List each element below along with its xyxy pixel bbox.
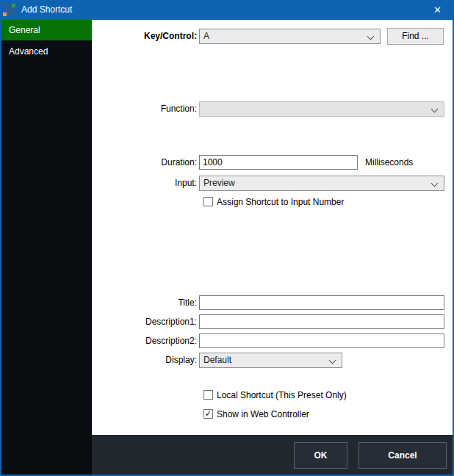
duration-label: Duration: <box>92 155 197 170</box>
key-control-value: A <box>203 31 209 41</box>
web-controller-checkbox-row: ✓ Show in Web Controller <box>203 409 424 419</box>
sidebar: General Advanced <box>1 20 92 475</box>
local-shortcut-checkbox[interactable] <box>203 390 213 400</box>
sidebar-item-general[interactable]: General <box>1 20 92 40</box>
chevron-down-icon <box>329 357 336 364</box>
title-bar: Add Shortcut ✕ <box>0 0 454 20</box>
general-panel: Key/Control: A Find ... Function: Durati… <box>92 20 453 435</box>
key-control-label: Key/Control: <box>92 29 197 44</box>
footer-bar: OK Cancel <box>92 435 453 475</box>
web-controller-label: Show in Web Controller <box>217 409 309 419</box>
key-control-select[interactable]: A <box>199 29 381 44</box>
close-icon: ✕ <box>433 4 442 15</box>
assign-shortcut-checkbox[interactable] <box>203 197 213 206</box>
assign-shortcut-label: Assign Shortcut to Input Number <box>217 197 344 207</box>
input-value: Preview <box>203 178 235 188</box>
function-select[interactable] <box>199 101 444 117</box>
find-button[interactable]: Find ... <box>387 28 444 45</box>
description2-input[interactable] <box>199 333 444 348</box>
ok-button[interactable]: OK <box>294 442 347 469</box>
chevron-down-icon <box>431 180 439 187</box>
app-grid-icon <box>3 4 15 16</box>
cancel-button[interactable]: Cancel <box>358 442 447 469</box>
add-shortcut-dialog: Add Shortcut ✕ General Advanced Key/Cont… <box>0 0 454 476</box>
local-shortcut-label: Local Shortcut (This Preset Only) <box>217 390 347 400</box>
milliseconds-label: Milliseconds <box>365 155 413 170</box>
display-value: Default <box>203 355 231 365</box>
local-shortcut-checkbox-row: Local Shortcut (This Preset Only) <box>203 390 424 400</box>
duration-input[interactable] <box>199 155 358 170</box>
chevron-down-icon <box>367 33 375 40</box>
display-select[interactable]: Default <box>199 353 342 368</box>
description1-label: Description1: <box>92 314 197 329</box>
description1-input[interactable] <box>199 314 444 329</box>
assign-shortcut-checkbox-row: Assign Shortcut to Input Number <box>203 197 424 207</box>
input-select[interactable]: Preview <box>199 176 444 191</box>
sidebar-item-advanced[interactable]: Advanced <box>1 41 92 62</box>
display-label: Display: <box>92 353 197 368</box>
description2-label: Description2: <box>92 333 197 348</box>
web-controller-checkbox[interactable]: ✓ <box>203 409 213 419</box>
input-label: Input: <box>92 176 197 191</box>
chevron-down-icon <box>431 106 439 113</box>
window-title: Add Shortcut <box>21 0 72 20</box>
function-label: Function: <box>92 101 197 117</box>
title-input[interactable] <box>199 295 444 310</box>
close-button[interactable]: ✕ <box>421 0 454 20</box>
title-label: Title: <box>92 295 197 310</box>
